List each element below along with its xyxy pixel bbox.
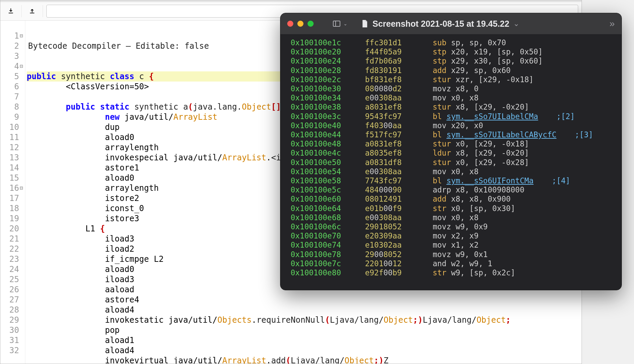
disasm-row: 0x100100e74e10302aamov x1, x2 — [291, 241, 621, 250]
gutter-line: 24⊟ — [0, 264, 23, 274]
disasm-row: 0x100100e3c9543fc97bl sym.__sSo7UILabelC… — [291, 112, 621, 121]
gutter-line: 26⊟ — [0, 285, 23, 295]
disasm-row: 0x100100e64e01b00f9str x0, [sp, 0x30] — [291, 204, 621, 213]
chevron-down-icon: ⌄ — [343, 21, 347, 26]
gutter-line: 23⊟ — [0, 254, 23, 264]
gutter-line: 21⊟ — [0, 234, 23, 244]
zoom-window-button[interactable] — [308, 21, 314, 27]
minimize-window-button[interactable] — [297, 21, 303, 27]
disasm-row: 0x100100e6008012491add x8, x8, 0x900 — [291, 195, 621, 204]
gutter-line: 18⊟ — [0, 203, 23, 213]
disasm-row: 0x100100e30080080d2movz x8, 0 — [291, 84, 621, 93]
gutter-line: 3⊟ — [0, 51, 23, 61]
disasm-row: 0x100100e5c48400090adrp x8, 0x100908000 — [291, 185, 621, 195]
gutter-line: 10⊟ — [0, 122, 23, 132]
window-title-text: Screenshot 2021-08-15 at 19.45.22 — [372, 19, 509, 29]
gutter-line: 5⊟ — [0, 71, 23, 82]
code-line: pop — [27, 325, 582, 335]
gutter-line: 20⊟ — [0, 224, 23, 234]
upload-icon — [28, 7, 36, 15]
disasm-row: 0x100100e50a0831df8stur x0, [x29, -0x28] — [291, 158, 621, 167]
window-traffic-lights — [287, 21, 314, 27]
gutter-line: 8⊟ — [0, 102, 23, 112]
toolbar-separator — [21, 5, 22, 17]
gutter-line: 4⊟ — [0, 61, 23, 71]
window-title: Screenshot 2021-08-15 at 19.45.22 ⌄ — [361, 19, 519, 29]
gutter-line: 12⊟ — [0, 142, 23, 153]
gutter-line: 7⊟ — [0, 92, 23, 102]
disasm-row: 0x100100e7c22010012and w2, w9, 1 — [291, 259, 621, 268]
disasm-row: 0x100100e6c29018052movz w9, 0x9 — [291, 222, 621, 231]
download-button[interactable] — [4, 4, 18, 18]
download-icon — [7, 7, 15, 15]
title-chevron-icon[interactable]: ⌄ — [513, 19, 519, 28]
gutter-line: 27⊟ — [0, 295, 23, 305]
gutter-line: 25⊟ — [0, 274, 23, 285]
disasm-row: 0x100100e38a8031ef8stur x8, [x29, -0x20] — [291, 103, 621, 112]
gutter-line: 2⊟ — [0, 41, 23, 51]
gutter-line: 6⊟ — [0, 82, 23, 92]
upload-button[interactable] — [25, 4, 39, 18]
document-icon — [361, 19, 368, 28]
gutter-line: 32⊟ — [0, 345, 23, 356]
overflow-button[interactable]: » — [609, 18, 615, 29]
gutter: 1⊟2⊟3⊟4⊟5⊟6⊟7⊟8⊟9⊟10⊟11⊟12⊟13⊟14⊟15⊟16⊟1… — [0, 21, 25, 364]
disasm-row: 0x100100e1cffc301d1sub sp, sp, 0x70 — [291, 38, 621, 47]
disasm-row: 0x100100e20f44f05a9stp x20, x19, [sp, 0x… — [291, 47, 621, 56]
close-window-button[interactable] — [287, 21, 293, 27]
gutter-line: 19⊟ — [0, 213, 23, 224]
gutter-line: 16⊟ — [0, 183, 23, 193]
disasm-row: 0x100100e34e00308aamov x0, x8 — [291, 93, 621, 103]
gutter-line: 17⊟ — [0, 193, 23, 203]
disassembly-body[interactable]: 0x100100e1cffc301d1sub sp, sp, 0x700x100… — [280, 34, 621, 290]
sidebar-toggle-button[interactable]: ⌄ — [333, 20, 347, 28]
disasm-row: 0x100100e44f517fc97bl sym.__sSo7UILabelC… — [291, 130, 621, 139]
gutter-line: 1⊟ — [0, 31, 23, 41]
disasm-row: 0x100100e2cbf831ef8stur xzr, [x29, -0x18… — [291, 75, 621, 84]
code-line: aload4 — [27, 345, 582, 356]
gutter-line: 13⊟ — [0, 153, 23, 163]
svg-rect-0 — [333, 21, 340, 26]
toolbar-separator — [43, 5, 43, 17]
desktop-wallpaper-strip — [620, 0, 634, 364]
code-line: invokestatic java/util/Objects.requireNo… — [27, 315, 582, 325]
code-line: invokevirtual java/util/ArrayList.add(Lj… — [27, 356, 582, 364]
sidebar-icon — [333, 20, 341, 28]
titlebar[interactable]: ⌄ Screenshot 2021-08-15 at 19.45.22 ⌄ » — [280, 13, 621, 34]
disasm-row: 0x100100e24fd7b06a9stp x29, x30, [sp, 0x… — [291, 56, 621, 66]
disasm-row: 0x100100e4ca8035ef8ldur x8, [x29, -0x20] — [291, 149, 621, 158]
gutter-line: 11⊟ — [0, 132, 23, 142]
code-line: aload4 — [27, 305, 582, 315]
gutter-line: 15⊟ — [0, 173, 23, 183]
gutter-line: 22⊟ — [0, 244, 23, 254]
disasm-row: 0x100100e68e00308aamov x0, x8 — [291, 213, 621, 222]
disasm-row: 0x100100e7829008052movz w9, 0x1 — [291, 250, 621, 259]
gutter-line: 29⊟ — [0, 315, 23, 325]
disassembly-window[interactable]: ⌄ Screenshot 2021-08-15 at 19.45.22 ⌄ » … — [280, 13, 622, 290]
disasm-row: 0x100100e80e92f00b9str w9, [sp, 0x2c] — [291, 268, 621, 277]
disasm-row: 0x100100e70e20309aamov x2, x9 — [291, 231, 621, 241]
disasm-row: 0x100100e28fd830191add x29, sp, 0x60 — [291, 66, 621, 75]
disasm-row: 0x100100e48a0831ef8stur x0, [x29, -0x18] — [291, 139, 621, 149]
disasm-row: 0x100100e54e00308aamov x0, x8 — [291, 167, 621, 176]
gutter-line: 31⊟ — [0, 335, 23, 345]
disasm-row: 0x100100e587743fc97bl sym.__sSo6UIFontCM… — [291, 176, 621, 185]
gutter-line: 9⊟ — [0, 112, 23, 122]
gutter-line: 14⊟ — [0, 163, 23, 173]
disasm-row: 0x100100e40f40300aamov x20, x0 — [291, 121, 621, 130]
code-line: astore4 — [27, 295, 582, 305]
gutter-line: 28⊟ — [0, 305, 23, 315]
code-line: aload1 — [27, 335, 582, 345]
gutter-line: 30⊟ — [0, 325, 23, 335]
